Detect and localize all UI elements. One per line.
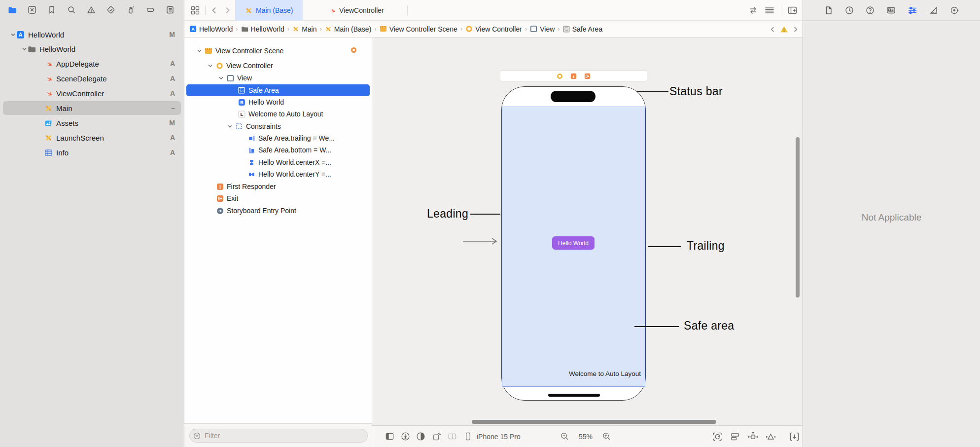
storyboard-canvas[interactable]: 1 Hello World Welcome to Auto Layout Sta… [372,37,803,447]
vertical-scrollbar[interactable] [796,137,800,298]
outline-row-view-controller[interactable]: View Controller [186,60,370,72]
align-icon[interactable] [730,432,740,442]
forward-icon[interactable] [223,6,231,14]
outline-row-hello-world-button[interactable]: B Hello World [186,96,370,108]
back-icon[interactable] [210,6,218,14]
chevron-down-icon[interactable] [196,48,203,54]
size-inspector-icon[interactable] [929,6,938,15]
help-inspector-icon[interactable] [866,6,875,15]
chevron-down-icon[interactable] [218,75,224,81]
outline-row-exit[interactable]: Exit [186,192,370,204]
breadcrumb-item-view-controller[interactable]: View Controller [465,25,522,33]
chevron-down-icon[interactable] [207,63,213,69]
nav-item-assets[interactable]: Assets M [3,116,181,130]
device-preview[interactable]: Hello World Welcome to Auto Layout [501,86,646,401]
outline-label: Welcome to Auto Layout [248,110,323,118]
search-icon[interactable] [67,5,76,14]
orientation-icon[interactable] [432,432,441,441]
scene-dock: 1 [500,71,647,81]
view-controller-icon[interactable] [557,73,563,79]
identity-inspector-icon[interactable] [886,6,896,15]
zoom-out-icon[interactable] [560,432,569,441]
reports-icon[interactable] [166,5,175,14]
warning-icon[interactable] [780,26,788,33]
embed-icon[interactable] [789,432,800,442]
adjust-editor-icon[interactable] [385,432,394,441]
storyboard-entry-arrow[interactable] [462,236,501,246]
add-constraints-icon[interactable] [748,432,758,442]
outline-row-constraint-trailing[interactable]: Safe Area.trailing = We... [186,132,370,144]
horizontal-scrollbar[interactable] [472,420,716,424]
history-inspector-icon[interactable] [845,6,854,15]
editor-layout-icon[interactable] [190,5,200,15]
tests-icon[interactable] [106,5,115,14]
outline-row-first-responder[interactable]: 1 First Responder [186,181,370,192]
bookmarks-icon[interactable] [47,5,56,14]
nav-item-appdelegate[interactable]: AppDelegate A [3,57,181,71]
outline-label: View [237,74,252,82]
prev-issue-icon[interactable] [770,26,776,33]
chevron-down-icon[interactable] [227,124,233,129]
split-preview-icon[interactable] [448,432,457,441]
inspector-panel: Not Applicable [803,0,980,447]
outline-row-constraint-centery[interactable]: Hello World.centerY =... [186,168,370,180]
file-status-badge: A [170,134,175,142]
outline-row-entry-point[interactable]: Storyboard Entry Point [186,205,370,217]
nav-item-viewcontroller[interactable]: ViewController A [3,86,181,100]
appearance-icon[interactable] [416,432,425,441]
breadcrumb-item-main[interactable]: Main [292,25,316,33]
breadcrumb-item-safe-area[interactable]: Safe Area [563,25,603,33]
first-responder-icon[interactable]: 1 [570,73,577,79]
attributes-inspector-icon[interactable] [908,6,917,15]
accessibility-icon[interactable] [401,432,410,441]
chevron-down-icon[interactable] [9,32,16,37]
breadcrumb-label: View Controller [475,25,522,33]
filter-input[interactable] [189,429,368,443]
source-control-icon[interactable] [28,5,36,14]
file-inspector-icon[interactable] [824,6,833,15]
outline-row-safe-area[interactable]: Safe Area [186,84,370,96]
breakpoints-icon[interactable] [146,5,155,14]
storyboard-file-icon [245,7,252,14]
tab-viewcontroller[interactable]: ViewController [318,0,394,21]
editor-options-icon[interactable] [764,5,775,15]
add-editor-icon[interactable] [787,5,798,15]
nav-item-main-storyboard[interactable]: Main – [3,101,181,115]
welcome-label[interactable]: Welcome to Auto Layout [569,370,641,377]
outline-row-scene[interactable]: View Controller Scene [186,45,370,57]
nav-item-scenedelegate[interactable]: SceneDelegate A [3,72,181,85]
outline-row-constraint-centerx[interactable]: Hello World.centerX =... [186,156,370,168]
breadcrumb-item-project[interactable]: A HelloWorld [189,25,233,33]
nav-item-info-plist[interactable]: Info A [3,146,181,159]
debug-gauge-icon[interactable] [126,5,135,14]
next-issue-icon[interactable] [792,26,799,33]
breadcrumb-item-main-base[interactable]: Main (Base) [325,25,371,33]
zoom-level[interactable]: 55% [572,433,599,441]
breadcrumb-item-scene[interactable]: View Controller Scene [380,25,457,33]
issues-icon[interactable] [87,5,96,14]
device-icon[interactable] [463,432,473,441]
nav-item-launchscreen[interactable]: LaunchScreen A [3,131,181,145]
device-name[interactable]: iPhone 15 Pro [477,433,521,441]
breadcrumb-item-folder[interactable]: HelloWorld [241,25,284,33]
nav-item-folder-helloworld[interactable]: HelloWorld [3,42,181,56]
chevron-down-icon[interactable] [21,46,28,52]
zoom-in-icon[interactable] [602,432,611,441]
outline-row-welcome-label[interactable]: L Welcome to Auto Layout [186,108,370,120]
update-frames-icon[interactable] [712,432,723,442]
outline-row-constraint-bottom[interactable]: Safe Area.bottom = W... [186,144,370,156]
dynamic-island [551,91,595,102]
tab-main-base[interactable]: Main (Base) [235,0,303,21]
swap-editor-icon[interactable] [748,5,758,15]
outline-row-constraints[interactable]: Constraints [186,120,370,132]
connections-inspector-icon[interactable] [950,6,959,15]
resolve-issues-icon[interactable] [766,432,776,442]
outline-row-view[interactable]: View [186,72,370,84]
hello-world-button[interactable]: Hello World [552,236,595,250]
constraint-centerx-icon [247,159,255,166]
breadcrumb-item-view[interactable]: View [530,25,555,33]
project-navigator-icon[interactable] [8,5,17,14]
trailing-annotation: Trailing [687,239,725,253]
exit-icon[interactable] [584,73,591,79]
nav-item-project-helloworld[interactable]: A HelloWorld M [3,28,181,41]
